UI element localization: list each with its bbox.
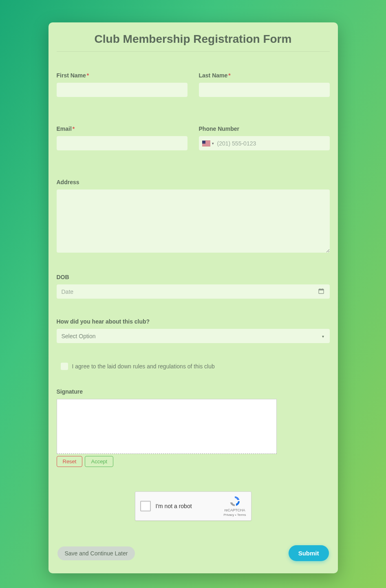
recaptcha-logo: reCAPTCHA Privacy • Terms	[223, 495, 246, 517]
agree-row: I agree to the laid down rules and regul…	[61, 363, 330, 370]
svg-rect-7	[202, 141, 205, 144]
email-input[interactable]	[57, 136, 187, 150]
svg-rect-5	[202, 144, 210, 145]
contact-row: Email* Phone Number ▾	[57, 126, 330, 150]
email-label: Email*	[57, 126, 187, 132]
first-name-input[interactable]	[57, 83, 187, 97]
signature-pad[interactable]	[57, 399, 277, 454]
required-marker: *	[87, 72, 89, 79]
last-name-input[interactable]	[199, 83, 330, 97]
chevron-down-icon: ▾	[212, 141, 214, 145]
hear-select[interactable]: Select Option	[57, 329, 330, 343]
form-footer: Save and Continue Later Submit	[57, 545, 330, 561]
address-label: Address	[57, 179, 330, 185]
recaptcha-text: I'm not a robot	[156, 503, 219, 509]
address-field: Address	[57, 179, 330, 254]
dob-input[interactable]	[57, 284, 330, 299]
agree-checkbox[interactable]	[61, 363, 68, 370]
required-marker: *	[228, 72, 230, 79]
phone-field: ▾	[199, 136, 330, 150]
name-row: First Name* Last Name*	[57, 72, 330, 97]
hear-field: How did you hear about this club? Select…	[57, 318, 330, 343]
phone-input[interactable]	[217, 140, 326, 147]
submit-button[interactable]: Submit	[289, 545, 329, 561]
svg-rect-6	[202, 145, 210, 145]
us-flag-icon	[202, 141, 210, 146]
accept-button[interactable]: Accept	[85, 456, 113, 467]
form-card: Club Membership Registration Form First …	[49, 22, 338, 573]
save-continue-button[interactable]: Save and Continue Later	[57, 546, 135, 560]
country-selector[interactable]: ▾	[202, 141, 217, 146]
dob-field: DOB	[57, 274, 330, 299]
signature-label: Signature	[57, 388, 330, 395]
recaptcha-icon	[229, 495, 241, 507]
dob-label: DOB	[57, 274, 330, 280]
reset-button[interactable]: Reset	[57, 456, 83, 467]
required-marker: *	[73, 126, 75, 132]
phone-label: Phone Number	[199, 126, 330, 132]
address-input[interactable]	[57, 189, 330, 253]
recaptcha-checkbox[interactable]	[140, 501, 151, 511]
agree-label: I agree to the laid down rules and regul…	[72, 363, 215, 370]
last-name-label: Last Name*	[199, 72, 330, 79]
page-title: Club Membership Registration Form	[57, 33, 330, 52]
hear-label: How did you hear about this club?	[57, 318, 330, 325]
first-name-label: First Name*	[57, 72, 187, 79]
signature-field: Signature Reset Accept	[57, 388, 330, 467]
recaptcha: I'm not a robot reCAPTCHA Privacy • Term…	[135, 491, 251, 521]
svg-rect-4	[202, 143, 210, 144]
